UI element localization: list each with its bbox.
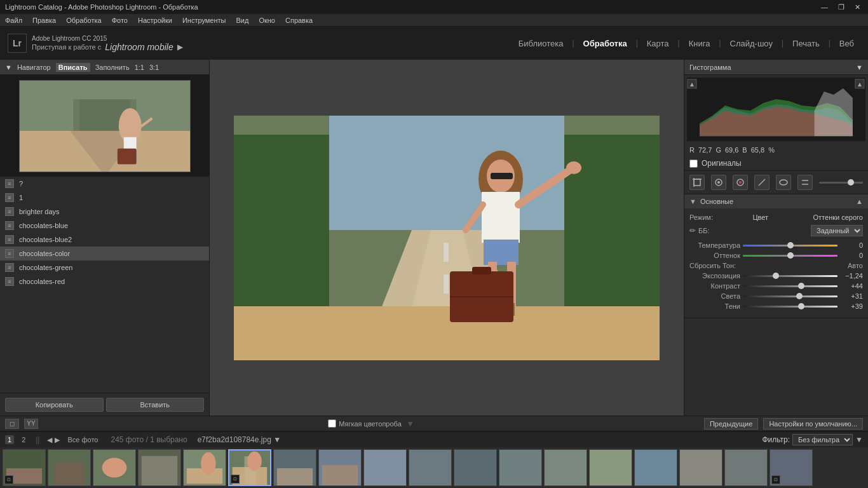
thumb-5[interactable] [183, 449, 226, 486]
copy-button[interactable]: Копировать [5, 398, 104, 412]
paste-button[interactable]: Вставить [106, 398, 205, 412]
svg-rect-48 [801, 178, 810, 187]
filter-dropdown[interactable]: Без фильтра [792, 434, 853, 445]
filmstrip-tab1[interactable]: 1 [5, 435, 14, 444]
svg-point-47 [780, 180, 787, 185]
exposure-row: Экспозиция −1,24 [689, 272, 863, 280]
develop-basic-header[interactable]: ▼ Основные ▲ [684, 194, 868, 208]
thumb-13[interactable] [544, 449, 587, 486]
all-photos[interactable]: Все фото [65, 435, 100, 444]
r-label: R [689, 146, 695, 154]
nav-prev[interactable]: ◀ [47, 436, 52, 444]
filmstrip-toggle[interactable]: ▼ [855, 435, 863, 444]
main-image-area[interactable] [234, 116, 660, 360]
svg-point-61 [201, 452, 215, 475]
adjustment-tool[interactable] [797, 175, 813, 190]
filmstrip-thumbs: ⊡ ⊡ [0, 447, 868, 488]
thumb-4[interactable] [138, 449, 181, 486]
nav-next[interactable]: ▶ [55, 436, 60, 444]
tab-develop[interactable]: Обработка [577, 36, 634, 51]
previous-button[interactable]: Предыдущие [704, 418, 758, 430]
minimize-button[interactable]: — [818, 3, 831, 11]
preset-icon: ≡ [5, 179, 14, 188]
redeye-tool[interactable] [733, 175, 748, 190]
thumb-15[interactable] [634, 449, 677, 486]
thumb-17[interactable] [724, 449, 768, 486]
thumb-6-selected[interactable]: ⊡ [228, 449, 271, 486]
tab-library[interactable]: Библиотека [512, 36, 570, 51]
maximize-button[interactable]: ❐ [836, 3, 847, 11]
svg-text:▲: ▲ [689, 81, 695, 88]
tint-slider[interactable] [743, 255, 837, 257]
radial-tool[interactable] [776, 175, 791, 190]
menu-tools[interactable]: Инструменты [182, 17, 226, 24]
nav-3-1-button[interactable]: 3:1 [149, 64, 159, 71]
preset-item-brighter[interactable]: ≡ brighter days [0, 205, 209, 219]
tone-slider[interactable] [819, 182, 863, 184]
preset-item-choc-blue[interactable]: ≡ chocolates-blue [0, 219, 209, 233]
close-button[interactable]: ✕ [852, 3, 863, 11]
menu-view[interactable]: Вид [236, 17, 249, 24]
preset-item-choc-blue2[interactable]: ≡ chocolates-blue2 [0, 233, 209, 247]
preset-item-choc-green[interactable]: ≡ chocolates-green [0, 261, 209, 274]
histogram-title: Гистограмма [689, 64, 731, 71]
tab-map[interactable]: Карта [641, 36, 675, 51]
svg-rect-16 [234, 306, 660, 360]
tab-print[interactable]: Печать [786, 36, 826, 51]
healing-tool[interactable] [711, 175, 726, 190]
bb-dropdown[interactable]: Заданный Авто [811, 225, 863, 236]
preset-item-1[interactable]: ≡ 1 [0, 191, 209, 205]
navigator-image[interactable] [0, 75, 209, 177]
thumb-8[interactable] [318, 449, 362, 486]
view-loupe[interactable]: ◻ [5, 419, 19, 429]
crop-tool[interactable] [689, 175, 705, 190]
thumb-14[interactable] [589, 449, 632, 486]
nav-fit-button[interactable]: Вписать [56, 63, 90, 72]
default-settings-button[interactable]: Настройки по умолчанию... [763, 418, 863, 430]
svg-rect-72 [454, 450, 496, 485]
nav-1-1-button[interactable]: 1:1 [135, 64, 144, 71]
histogram-collapse[interactable]: ▼ [856, 64, 863, 71]
tab-book[interactable]: Книга [682, 36, 717, 51]
view-compare[interactable]: YY [24, 419, 38, 429]
expo-slider[interactable] [743, 275, 837, 277]
thumb-3[interactable] [93, 449, 136, 486]
contrast-slider[interactable] [743, 285, 837, 287]
thumb-12[interactable] [499, 449, 542, 486]
play-button[interactable]: ▶ [177, 43, 183, 51]
tab-slideshow[interactable]: Слайд-шоу [724, 36, 779, 51]
mode-gray[interactable]: Оттенки серого [813, 214, 863, 221]
filmstrip-tab2[interactable]: 2 [19, 435, 28, 444]
graduated-tool[interactable] [754, 175, 770, 190]
preview-checkbox[interactable] [328, 419, 336, 428]
auto-button[interactable]: Авто [848, 262, 863, 269]
menu-settings[interactable]: Настройки [138, 17, 172, 24]
menu-window[interactable]: Окно [259, 17, 275, 24]
thumb-2[interactable] [48, 449, 91, 486]
menu-edit[interactable]: Правка [32, 17, 56, 24]
thumb-16[interactable] [679, 449, 722, 486]
thumb-7[interactable] [273, 449, 316, 486]
thumb-1[interactable]: ⊡ [3, 449, 46, 486]
eyedropper-icon[interactable]: ✏ [689, 226, 696, 235]
thumb-11[interactable] [454, 449, 497, 486]
svg-rect-70 [364, 450, 406, 485]
preset-item-choc-color[interactable]: ≡ chocolates-color [0, 247, 209, 261]
menu-develop[interactable]: Обработка [66, 17, 101, 24]
menu-photo[interactable]: Фото [112, 17, 128, 24]
preset-item-question[interactable]: ≡ ? [0, 177, 209, 191]
lights-slider[interactable] [743, 295, 837, 297]
preset-item-choc-red[interactable]: ≡ chocolates-red [0, 274, 209, 288]
mode-color[interactable]: Цвет [752, 214, 768, 221]
thumb-18[interactable]: ⊡ [770, 449, 813, 486]
originals-checkbox[interactable] [689, 159, 698, 168]
temp-slider[interactable] [743, 245, 837, 247]
tab-web[interactable]: Веб [833, 36, 860, 51]
menu-file[interactable]: Файл [5, 17, 22, 24]
thumb-9[interactable] [363, 449, 407, 486]
thumb-10[interactable] [409, 449, 452, 486]
shadows-slider[interactable] [743, 306, 837, 308]
preview-check: Мягкая цветопроба [328, 419, 401, 428]
menu-help[interactable]: Справка [285, 17, 313, 24]
nav-fill-button[interactable]: Заполнить [95, 64, 130, 71]
